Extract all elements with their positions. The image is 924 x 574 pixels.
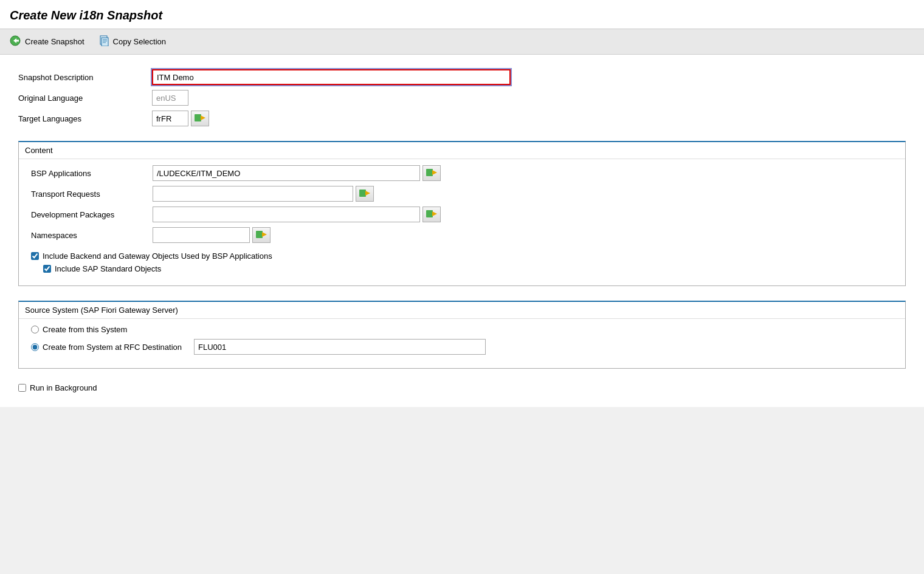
transport-input[interactable] xyxy=(153,186,353,202)
svg-rect-3 xyxy=(102,38,108,46)
run-in-background-checkbox[interactable] xyxy=(18,384,26,392)
snapshot-description-input[interactable] xyxy=(152,69,511,85)
radio-rfc-label: Create from System at RFC Destination xyxy=(43,343,182,352)
source-system-section: Source System (SAP Fiori Gateway Server)… xyxy=(18,301,906,369)
include-backend-label: Include Backend and Gateway Objects Used… xyxy=(43,251,272,261)
radio-this-system[interactable] xyxy=(31,326,39,333)
namespace-select-button[interactable] xyxy=(252,227,271,243)
original-language-label: Original Language xyxy=(18,94,152,103)
namespace-arrow-icon xyxy=(256,230,267,241)
include-sap-row: Include SAP Standard Objects xyxy=(25,264,899,273)
svg-marker-12 xyxy=(365,191,370,196)
create-snapshot-icon xyxy=(10,35,22,48)
svg-rect-9 xyxy=(426,169,433,176)
svg-rect-13 xyxy=(426,210,433,217)
transport-row: Transport Requests xyxy=(25,186,899,202)
include-backend-checkbox[interactable] xyxy=(31,252,39,260)
toolbar: Create Snapshot Copy Selection xyxy=(0,29,924,55)
target-languages-input[interactable] xyxy=(152,111,188,126)
svg-marker-14 xyxy=(432,211,437,216)
namespace-label: Namespaces xyxy=(25,231,153,240)
radio-this-system-row: Create from this System xyxy=(25,325,899,334)
source-system-header: Source System (SAP Fiori Gateway Server) xyxy=(19,302,905,319)
run-in-background-label: Run in Background xyxy=(30,383,97,392)
create-snapshot-button[interactable]: Create Snapshot xyxy=(10,35,84,48)
include-sap-checkbox[interactable] xyxy=(43,265,51,273)
content-section: Content BSP Applications Transport Reque… xyxy=(18,141,906,286)
create-snapshot-label: Create Snapshot xyxy=(25,37,84,46)
target-languages-select-button[interactable] xyxy=(191,111,209,126)
transport-select-button[interactable] xyxy=(356,186,374,202)
bsp-select-button[interactable] xyxy=(422,165,441,181)
copy-selection-icon xyxy=(99,35,110,48)
copy-selection-button[interactable]: Copy Selection xyxy=(99,35,166,48)
snapshot-description-row: Snapshot Description xyxy=(18,69,906,85)
bsp-row: BSP Applications xyxy=(25,165,899,181)
svg-rect-15 xyxy=(256,231,263,238)
source-system-body: Create from this System Create from Syst… xyxy=(19,319,905,368)
content-section-body: BSP Applications Transport Requests xyxy=(19,159,905,285)
devpack-arrow-icon xyxy=(426,209,437,220)
content-area: Snapshot Description Original Language T… xyxy=(0,55,924,407)
svg-rect-7 xyxy=(195,114,201,121)
basic-form-section: Snapshot Description Original Language T… xyxy=(18,69,906,126)
svg-rect-11 xyxy=(359,190,366,197)
include-backend-row: Include Backend and Gateway Objects Used… xyxy=(25,251,899,261)
snapshot-description-label: Snapshot Description xyxy=(18,73,152,82)
page-title: Create New i18n Snapshot xyxy=(0,0,924,29)
namespace-row: Namespaces xyxy=(25,227,899,243)
radio-rfc-row: Create from System at RFC Destination xyxy=(25,339,899,355)
target-languages-row: Target Languages xyxy=(18,111,906,126)
original-language-row: Original Language xyxy=(18,90,906,106)
svg-marker-10 xyxy=(432,170,437,175)
target-languages-label: Target Languages xyxy=(18,114,152,123)
namespace-input[interactable] xyxy=(153,227,250,243)
bsp-arrow-icon xyxy=(426,168,437,179)
arrow-icon xyxy=(195,113,205,125)
radio-rfc[interactable] xyxy=(31,343,39,351)
svg-marker-16 xyxy=(262,232,267,237)
bsp-input[interactable] xyxy=(153,165,420,181)
devpack-row: Development Packages xyxy=(25,207,899,222)
original-language-input xyxy=(152,90,188,106)
content-section-header: Content xyxy=(19,142,905,159)
rfc-destination-input[interactable] xyxy=(194,339,486,355)
transport-label: Transport Requests xyxy=(25,190,153,199)
transport-arrow-icon xyxy=(359,188,370,200)
svg-marker-8 xyxy=(201,115,205,120)
radio-this-system-label: Create from this System xyxy=(43,325,127,334)
devpack-label: Development Packages xyxy=(25,210,153,219)
devpack-select-button[interactable] xyxy=(422,207,441,222)
bsp-label: BSP Applications xyxy=(25,169,153,178)
include-sap-label: Include SAP Standard Objects xyxy=(55,264,161,273)
copy-selection-label: Copy Selection xyxy=(113,37,166,46)
devpack-input[interactable] xyxy=(153,207,420,222)
run-in-background-row: Run in Background xyxy=(18,383,906,392)
